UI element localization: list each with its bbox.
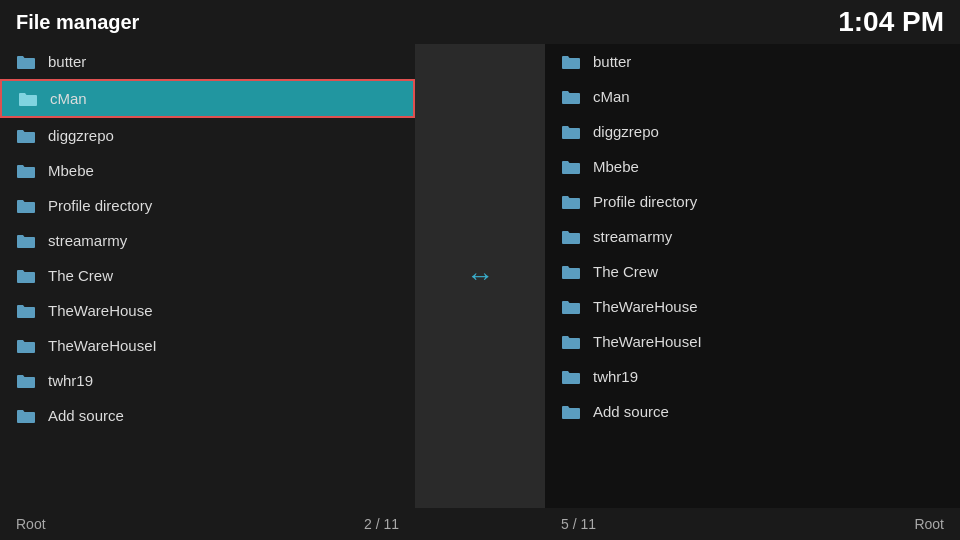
list-item-label: TheWareHouseI xyxy=(48,337,157,354)
footer-right-root: Root xyxy=(914,516,944,532)
list-item-label: cMan xyxy=(50,90,87,107)
list-item-label: The Crew xyxy=(593,263,658,280)
right-list-item[interactable]: Mbebe xyxy=(545,149,960,184)
folder-icon xyxy=(16,233,36,249)
folder-icon xyxy=(18,91,38,107)
right-list-item[interactable]: diggzrepo xyxy=(545,114,960,149)
right-list-item[interactable]: twhr19 xyxy=(545,359,960,394)
footer-left-page: 2 / 11 xyxy=(364,516,399,532)
list-item-label: TheWareHouseI xyxy=(593,333,702,350)
folder-icon xyxy=(16,54,36,70)
list-item-label: streamarmy xyxy=(48,232,127,249)
list-item-label: Mbebe xyxy=(48,162,94,179)
list-item-label: diggzrepo xyxy=(48,127,114,144)
left-list-item[interactable]: TheWareHouseI xyxy=(0,328,415,363)
folder-icon xyxy=(561,89,581,105)
list-item-label: diggzrepo xyxy=(593,123,659,140)
folder-icon xyxy=(16,303,36,319)
list-item-label: butter xyxy=(48,53,86,70)
right-list-item[interactable]: Profile directory xyxy=(545,184,960,219)
folder-icon xyxy=(16,373,36,389)
folder-icon xyxy=(16,338,36,354)
folder-icon xyxy=(561,229,581,245)
right-list-item[interactable]: TheWareHouseI xyxy=(545,324,960,359)
list-item-label: Profile directory xyxy=(48,197,152,214)
left-panel: butter cMan diggzrepo Mbebe Profile dire… xyxy=(0,44,415,508)
right-panel: butter cMan diggzrepo Mbebe Profile dire… xyxy=(545,44,960,508)
folder-icon xyxy=(16,163,36,179)
folder-icon xyxy=(561,194,581,210)
footer-left: Root 2 / 11 xyxy=(0,516,415,532)
page-title: File manager xyxy=(16,11,139,34)
footer: Root 2 / 11 5 / 11 Root xyxy=(0,508,960,540)
list-item-label: streamarmy xyxy=(593,228,672,245)
list-item-label: Add source xyxy=(593,403,669,420)
folder-icon xyxy=(561,369,581,385)
left-list-item[interactable]: TheWareHouse xyxy=(0,293,415,328)
center-divider: ↔ xyxy=(415,44,545,508)
folder-icon xyxy=(561,54,581,70)
list-item-label: The Crew xyxy=(48,267,113,284)
right-list-item[interactable]: Add source xyxy=(545,394,960,429)
left-list-item[interactable]: twhr19 xyxy=(0,363,415,398)
folder-icon xyxy=(16,128,36,144)
list-item-label: butter xyxy=(593,53,631,70)
right-list-item[interactable]: The Crew xyxy=(545,254,960,289)
list-item-label: twhr19 xyxy=(593,368,638,385)
left-list-item[interactable]: streamarmy xyxy=(0,223,415,258)
folder-icon xyxy=(16,198,36,214)
right-list-item[interactable]: butter xyxy=(545,44,960,79)
left-list-item[interactable]: diggzrepo xyxy=(0,118,415,153)
list-item-label: Add source xyxy=(48,407,124,424)
left-list-item[interactable]: butter xyxy=(0,44,415,79)
folder-icon xyxy=(561,334,581,350)
list-item-label: TheWareHouse xyxy=(593,298,698,315)
right-list-item[interactable]: streamarmy xyxy=(545,219,960,254)
right-list-item[interactable]: cMan xyxy=(545,79,960,114)
folder-icon xyxy=(561,124,581,140)
list-item-label: cMan xyxy=(593,88,630,105)
left-list-item[interactable]: Profile directory xyxy=(0,188,415,223)
list-item-label: Mbebe xyxy=(593,158,639,175)
folder-icon xyxy=(16,408,36,424)
left-list-item[interactable]: Add source xyxy=(0,398,415,433)
right-list-item[interactable]: TheWareHouse xyxy=(545,289,960,324)
left-list-item[interactable]: cMan xyxy=(0,79,415,118)
folder-icon xyxy=(561,264,581,280)
folder-icon xyxy=(561,404,581,420)
clock: 1:04 PM xyxy=(838,6,944,38)
folder-icon xyxy=(561,159,581,175)
footer-right-page: 5 / 11 xyxy=(561,516,596,532)
transfer-arrows-icon: ↔ xyxy=(466,260,494,292)
left-list-item[interactable]: Mbebe xyxy=(0,153,415,188)
left-list-item[interactable]: The Crew xyxy=(0,258,415,293)
header: File manager 1:04 PM xyxy=(0,0,960,44)
folder-icon xyxy=(561,299,581,315)
main-content: butter cMan diggzrepo Mbebe Profile dire… xyxy=(0,44,960,508)
list-item-label: Profile directory xyxy=(593,193,697,210)
footer-right: 5 / 11 Root xyxy=(545,516,960,532)
list-item-label: TheWareHouse xyxy=(48,302,153,319)
footer-left-root: Root xyxy=(16,516,46,532)
list-item-label: twhr19 xyxy=(48,372,93,389)
folder-icon xyxy=(16,268,36,284)
